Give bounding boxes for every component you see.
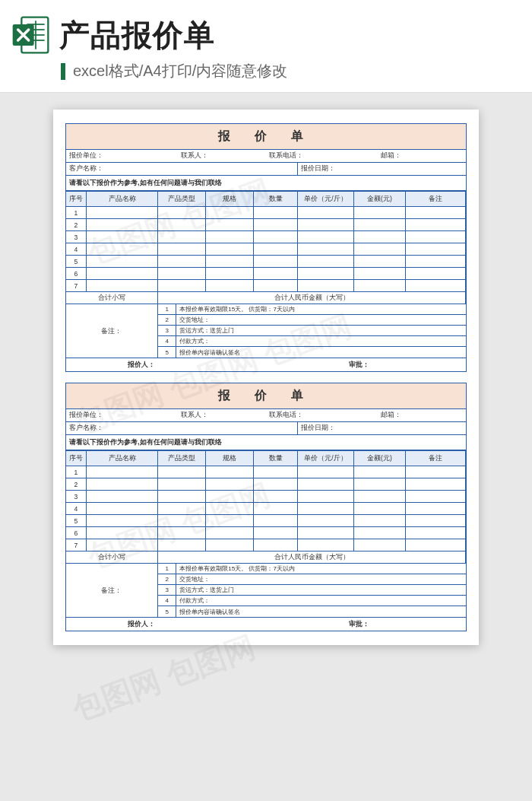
template-subtitle-row: excel格式/A4打印/内容随意修改: [61, 61, 517, 81]
remark-line: 4付款方式：: [158, 596, 466, 606]
total-upper-label: 合计人民币金额（大写）: [158, 551, 466, 564]
cell: [298, 231, 354, 243]
remark-num: 3: [158, 326, 176, 335]
remark-text: 货运方式：送货上门: [176, 326, 466, 335]
cell: [353, 491, 405, 503]
total-upper-label: 合计人民币金额（大写）: [158, 292, 466, 304]
remark-line: 1本报价单有效期限15天。 供货期：7天以内: [158, 304, 466, 315]
row-seq: 3: [66, 491, 86, 503]
items-table: 序号 产品名称 产品类型 规格 数量 单价（元/斤） 金额(元) 备注 1234…: [66, 450, 466, 564]
cell: [406, 280, 466, 292]
cell: [298, 256, 354, 268]
col-qty: 数量: [254, 451, 298, 466]
col-spec: 规格: [206, 451, 254, 466]
cell: [353, 243, 405, 256]
cell: [158, 268, 206, 280]
cell: [298, 539, 354, 551]
cell: [353, 219, 405, 231]
cell: [298, 280, 354, 292]
table-row: 7: [66, 539, 466, 551]
col-qty: 数量: [254, 192, 298, 207]
table-row: 4: [66, 243, 466, 256]
col-name: 产品名称: [86, 451, 158, 466]
quoter-label: 报价人：: [66, 618, 158, 631]
cell: [86, 268, 158, 280]
total-lower-label: 合计小写: [66, 292, 158, 304]
phone-label: 联系电话：: [266, 409, 378, 421]
cell: [206, 243, 254, 256]
cell: [254, 256, 298, 268]
remark-num: 2: [158, 574, 176, 584]
template-header: 产品报价单 excel格式/A4打印/内容随意修改: [0, 0, 532, 93]
cell: [254, 268, 298, 280]
table-row: 2: [66, 219, 466, 231]
cell: [254, 280, 298, 292]
cell: [206, 268, 254, 280]
remark-line: 3货运方式：送货上门: [158, 326, 466, 336]
table-header-row: 序号 产品名称 产品类型 规格 数量 单价（元/斤） 金额(元) 备注: [66, 192, 466, 207]
table-row: 7: [66, 280, 466, 292]
cell: [158, 231, 206, 243]
remark-num: 5: [158, 606, 176, 617]
table-row: 1: [66, 466, 466, 478]
cell: [86, 478, 158, 491]
document-page: 包图网 包图网 包图网 包图网 包图网 包图网 包图网 包图网 包图网 报 价 …: [53, 110, 479, 645]
row-seq: 7: [66, 539, 86, 551]
accent-bar: [61, 63, 65, 80]
cell: [158, 478, 206, 491]
unit-label: 报价单位：: [66, 150, 178, 162]
approver-label: 审批：: [346, 618, 466, 631]
col-type: 产品类型: [158, 192, 206, 207]
cell: [406, 207, 466, 219]
contact-label: 联系人：: [178, 150, 266, 162]
cell: [86, 243, 158, 256]
row-seq: 2: [66, 219, 86, 231]
remark-text: 报价单内容请确认签名: [176, 348, 466, 358]
cell: [406, 539, 466, 551]
cell: [158, 466, 206, 478]
cell: [298, 219, 354, 231]
quotation-sheet: 报 价 单 报价单位： 联系人： 联系电话： 邮箱： 客户名称： 报价日期： 请…: [65, 383, 467, 631]
cell: [406, 243, 466, 256]
cell: [158, 280, 206, 292]
cell: [86, 503, 158, 515]
cell: [353, 256, 405, 268]
cell: [86, 219, 158, 231]
template-subtitle: excel格式/A4打印/内容随意修改: [73, 61, 287, 81]
cell: [206, 491, 254, 503]
table-row: 6: [66, 268, 466, 280]
col-price: 单价（元/斤）: [298, 192, 354, 207]
sheet-title: 报 价 单: [66, 383, 466, 409]
cell: [158, 503, 206, 515]
cell: [158, 256, 206, 268]
cell: [406, 466, 466, 478]
cell: [406, 478, 466, 491]
cell: [298, 478, 354, 491]
cell: [298, 491, 354, 503]
cell: [158, 539, 206, 551]
remark-line: 4付款方式：: [158, 336, 466, 347]
customer-label: 客户名称：: [66, 163, 298, 175]
phone-label: 联系电话：: [266, 150, 378, 162]
cell: [158, 515, 206, 527]
remark-num: 4: [158, 596, 176, 606]
cell: [353, 503, 405, 515]
watermark: 包图网 包图网: [67, 626, 261, 731]
total-lower-label: 合计小写: [66, 551, 158, 564]
row-seq: 4: [66, 243, 86, 256]
date-label: 报价日期：: [298, 422, 466, 434]
remark-line: 2交货地址：: [158, 574, 466, 585]
remark-num: 3: [158, 585, 176, 595]
col-remark: 备注: [406, 192, 466, 207]
cell: [206, 256, 254, 268]
row-seq: 1: [66, 207, 86, 219]
remark-text: 报价单内容请确认签名: [176, 607, 466, 617]
email-label: 邮箱：: [378, 409, 466, 421]
remark-line: 5报价单内容请确认签名: [158, 347, 466, 358]
signature-row: 报价人： 审批：: [66, 617, 466, 631]
cell: [86, 539, 158, 551]
cell: [406, 268, 466, 280]
cell: [158, 527, 206, 539]
total-row: 合计小写 合计人民币金额（大写）: [66, 551, 466, 564]
table-header-row: 序号 产品名称 产品类型 规格 数量 单价（元/斤） 金额(元) 备注: [66, 451, 466, 466]
